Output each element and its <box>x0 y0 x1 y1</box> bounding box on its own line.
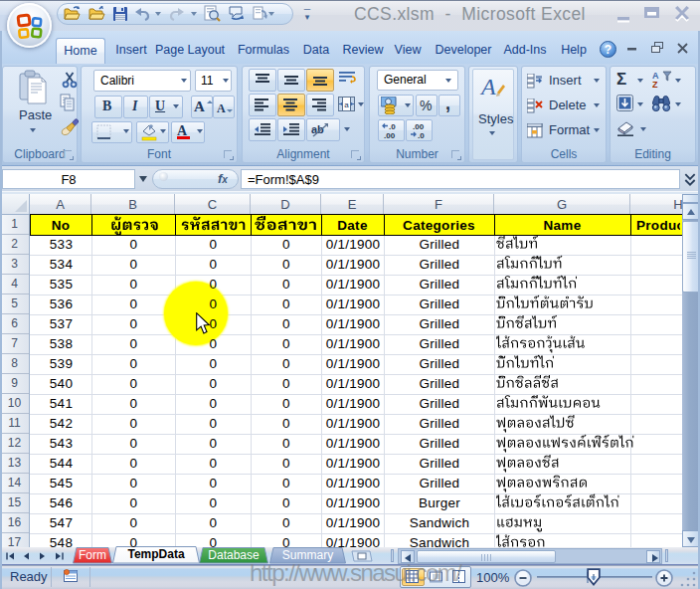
svg-text:A: A <box>194 98 205 114</box>
svg-text:.00: .00 <box>384 131 396 139</box>
svg-text:Z: Z <box>652 80 658 89</box>
svg-text:A: A <box>217 101 226 115</box>
svg-text:A: A <box>479 74 496 98</box>
svg-text:a: a <box>344 100 349 109</box>
svg-text:.0: .0 <box>418 131 425 139</box>
svg-text:A: A <box>177 123 188 138</box>
